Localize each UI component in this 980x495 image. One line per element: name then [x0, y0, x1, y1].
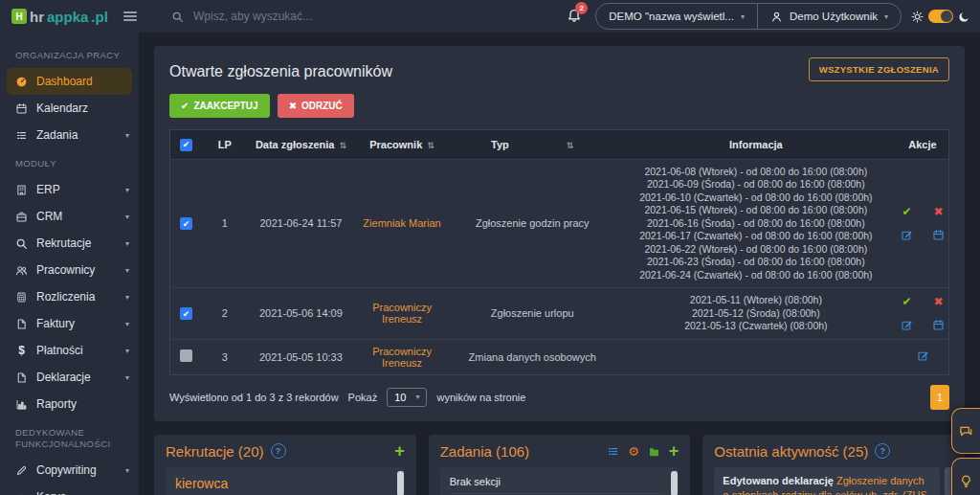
sidebar-item-deklaracje[interactable]: Deklaracje ▾	[0, 364, 139, 391]
widget-title: Ostatnia aktywność (25)	[714, 443, 868, 460]
chat-tab[interactable]	[951, 408, 980, 454]
sort-icon[interactable]: ⇅	[339, 141, 346, 150]
add-task-button[interactable]: +	[669, 444, 679, 458]
calendar-action-icon[interactable]	[932, 229, 945, 241]
sort-icon[interactable]: ⇅	[567, 141, 574, 150]
page-size-select[interactable]: 10 ▾	[387, 388, 427, 407]
edit-action-icon[interactable]	[901, 319, 913, 331]
calendar-action-icon[interactable]	[932, 319, 945, 331]
notification-badge: 2	[575, 2, 588, 14]
theme-toggle[interactable]	[928, 10, 953, 23]
calculator-icon	[15, 291, 28, 304]
dashboard-icon	[15, 76, 28, 88]
search-icon	[171, 11, 184, 23]
user-dropdown[interactable]: Demo Użytkownik ▾	[758, 4, 901, 29]
column-type[interactable]: Typ⇅	[450, 130, 615, 160]
reject-action-icon[interactable]: ✖	[933, 206, 943, 217]
sidebar-item-faktury[interactable]: Faktury ▾	[0, 310, 139, 337]
notifications-button[interactable]: 2	[567, 8, 582, 26]
chevron-down-icon: ▾	[125, 239, 129, 248]
accept-action-icon[interactable]: ✔	[902, 296, 911, 307]
recruitments-widget: Rekrutacje (20) ? + kierowca Łosiak Swie…	[154, 435, 416, 495]
records-summary: Wyświetlono od 1 do 3 z 3 rekordów	[169, 392, 339, 403]
sidebar-section-moduly: MODUŁY	[0, 148, 139, 176]
reject-action-icon[interactable]: ✖	[933, 296, 943, 307]
gear-icon[interactable]: ⚙	[628, 444, 639, 459]
theme-switcher	[911, 10, 970, 23]
row-lp: 1	[202, 159, 247, 288]
sidebar-toggle-button[interactable]	[122, 10, 139, 23]
column-employee[interactable]: Pracownik⇅	[354, 130, 449, 160]
employee-link[interactable]: Pracowniczy Ireneusz	[372, 302, 432, 325]
column-date[interactable]: Data zgłoszenia⇅	[248, 130, 355, 160]
sidebar-item-label: Raporty	[36, 397, 77, 411]
search-input[interactable]	[191, 9, 463, 24]
sidebar-item-pracownicy[interactable]: Pracownicy ▾	[0, 257, 139, 283]
sidebar-item-kalendarz[interactable]: Kalendarz	[0, 95, 139, 122]
employee-link[interactable]: Ziemniak Marian	[363, 217, 440, 229]
page-title: Otwarte zgłoszenia pracowników	[169, 63, 392, 80]
column-actions: Akcje	[897, 130, 949, 160]
person-icon	[770, 11, 783, 23]
chevron-down-icon: ▾	[125, 131, 129, 140]
edit-action-icon[interactable]	[917, 349, 929, 362]
recruitment-card[interactable]: kierowca Łosiak Swietokrzyska 32A, 20-80…	[166, 467, 405, 495]
company-dropdown[interactable]: DEMO "nazwa wyświetl... ▾	[596, 4, 757, 29]
row-type: Zgłoszenie godzin pracy	[450, 159, 615, 288]
account-pill: DEMO "nazwa wyświetl... ▾ Demo Użytkowni…	[595, 3, 902, 30]
sidebar-item-rozliczenia[interactable]: Rozliczenia ▾	[0, 283, 139, 310]
tasks-icon	[15, 129, 28, 142]
sort-icon[interactable]: ⇅	[427, 141, 434, 150]
sidebar-section-dedykowane: DEDYKOWANE FUNKCJONALNOŚCI	[0, 417, 136, 457]
list-view-icon[interactable]	[607, 445, 619, 458]
user-dropdown-label: Demo Użytkownik	[790, 11, 878, 22]
request-info: 2021-06-08 (Wtorek) - od 08:00 do 16:00 …	[615, 159, 897, 288]
sidebar-item-rekrutacje[interactable]: Rekrutacje ▾	[0, 230, 139, 257]
all-requests-button[interactable]: WSZYSTKIE ZGŁOSZENIA	[809, 57, 949, 81]
employee-link[interactable]: Pracowniczy Ireneusz	[372, 346, 432, 369]
building-icon	[15, 184, 28, 196]
sidebar-item-zadania[interactable]: Zadania ▾	[0, 122, 139, 148]
help-icon[interactable]: ?	[271, 443, 286, 459]
tasks-list: Brak sekcji zadanie2 2021-04-07 00:00, D…	[440, 467, 679, 495]
sidebar-item-platnosci[interactable]: $ Płatności ▾	[0, 337, 139, 364]
sidebar-item-erp[interactable]: ERP ▾	[0, 176, 139, 203]
sidebar-item-karya[interactable]: Karya ▾	[0, 484, 139, 495]
select-all-checkbox[interactable]: ✔	[180, 139, 192, 151]
edit-action-icon[interactable]	[901, 229, 913, 241]
reject-button[interactable]: ✖ODRZUĆ	[278, 94, 354, 118]
sidebar-item-copywriting[interactable]: Copywriting ▾	[0, 457, 139, 484]
open-requests-card: Otwarte zgłoszenia pracowników WSZYSTKIE…	[154, 46, 965, 421]
help-icon[interactable]: ?	[875, 443, 890, 459]
accept-action-icon[interactable]: ✔	[902, 206, 911, 217]
sidebar-item-dashboard[interactable]: Dashboard	[7, 68, 132, 95]
row-lp: 2	[202, 288, 247, 340]
job-title-link[interactable]: kierowca	[175, 476, 390, 491]
sidebar-item-crm[interactable]: CRM ▾	[0, 203, 139, 230]
global-search	[171, 9, 463, 24]
scrollbar[interactable]	[671, 471, 678, 495]
app-logo[interactable]: Hhrappka.pl	[11, 9, 108, 25]
folder-icon[interactable]	[648, 445, 660, 458]
check-icon: ✔	[181, 101, 189, 111]
table-row: ✔ 2 2021-05-06 14:09 Pracowniczy Ireneus…	[170, 288, 949, 340]
scrollbar[interactable]	[397, 471, 404, 495]
row-checkbox[interactable]: ✔	[180, 307, 192, 320]
ideas-tab[interactable]	[951, 458, 980, 495]
activity-list: Edytowano deklarację Zgłoszenie danych o…	[714, 467, 953, 495]
users-icon	[15, 264, 28, 277]
reject-button-label: ODRZUĆ	[301, 101, 343, 111]
accept-button[interactable]: ✔ZAAKCEPTUJ	[169, 94, 270, 118]
sidebar-item-label: Copywriting	[36, 463, 97, 477]
row-type: Zgłoszenie urlopu	[450, 288, 615, 340]
sidebar-item-label: Pracownicy	[36, 263, 95, 277]
sidebar-item-label: Rekrutacje	[36, 236, 91, 250]
activity-item: Edytowano deklarację Zgłoszenie danych o…	[714, 467, 940, 495]
sidebar-item-raporty[interactable]: Raporty	[0, 391, 139, 417]
row-checkbox[interactable]: ✔	[180, 217, 192, 230]
table-footer: Wyświetlono od 1 do 3 z 3 rekordów Pokaż…	[169, 375, 949, 421]
row-checkbox[interactable]	[180, 349, 192, 362]
add-recruitment-button[interactable]: +	[394, 444, 405, 458]
chevron-down-icon: ▾	[125, 186, 129, 194]
page-1-button[interactable]: 1	[930, 385, 949, 410]
